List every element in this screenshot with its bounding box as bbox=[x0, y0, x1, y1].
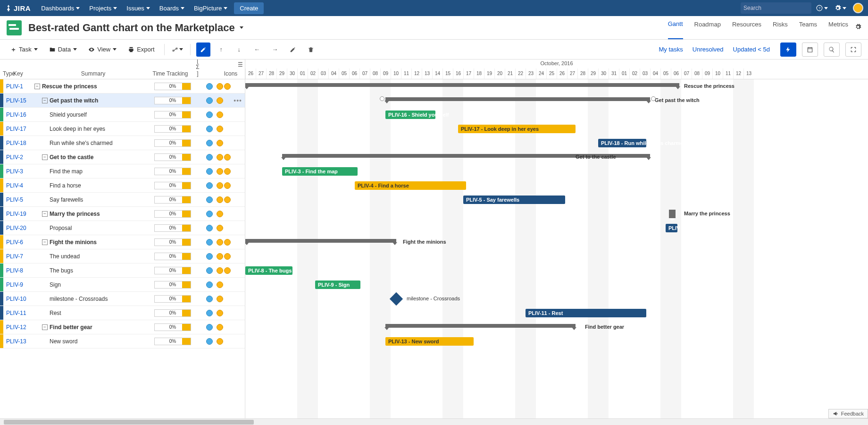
title-dropdown-icon[interactable] bbox=[240, 26, 243, 29]
nav-item-projects[interactable]: Projects bbox=[85, 3, 121, 14]
page-header: Best-rated Gantt chart on the Marketplac… bbox=[0, 16, 868, 40]
calendar-button[interactable] bbox=[802, 42, 818, 57]
tab-roadmap[interactable]: Roadmap bbox=[694, 16, 721, 39]
eye-icon bbox=[88, 46, 95, 53]
jira-logo[interactable]: JIRA bbox=[5, 4, 31, 12]
page-title: Best-rated Gantt chart on the Marketplac… bbox=[28, 22, 243, 34]
nav-item-issues[interactable]: Issues bbox=[123, 3, 154, 14]
link-mode-button[interactable] bbox=[170, 42, 184, 57]
print-icon bbox=[128, 46, 134, 53]
pencil-icon[interactable] bbox=[286, 42, 300, 57]
tab-gantt[interactable]: Gantt bbox=[668, 16, 683, 39]
arrow-down-icon[interactable]: ↓ bbox=[232, 42, 246, 57]
tab-risks[interactable]: Risks bbox=[773, 16, 788, 39]
arrow-left-icon[interactable]: ← bbox=[250, 42, 264, 57]
nav-item-boards[interactable]: Boards bbox=[156, 3, 188, 14]
flash-button[interactable] bbox=[780, 42, 796, 57]
arrow-up-icon[interactable]: ↑ bbox=[214, 42, 228, 57]
toolbar: ＋Task Data View Export ↑ ↓ ← → My tasksU… bbox=[0, 40, 868, 60]
edit-mode-button[interactable] bbox=[196, 42, 210, 57]
help-icon[interactable]: ? bbox=[816, 5, 828, 11]
gear-icon[interactable] bbox=[835, 5, 846, 11]
search-box[interactable] bbox=[741, 2, 811, 14]
filter-updated-5d[interactable]: Updated < 5d bbox=[728, 46, 775, 53]
bigpicture-icon bbox=[7, 20, 22, 35]
user-avatar[interactable] bbox=[853, 3, 863, 13]
tab-teams[interactable]: Teams bbox=[799, 16, 817, 39]
folder-icon bbox=[49, 46, 56, 53]
module-settings-icon[interactable] bbox=[855, 24, 861, 32]
svg-text:?: ? bbox=[818, 6, 820, 10]
create-button[interactable]: Create bbox=[234, 2, 264, 14]
filter-unresolved[interactable]: Unresolved bbox=[688, 46, 728, 53]
tab-resources[interactable]: Resources bbox=[732, 16, 761, 39]
tab-metrics[interactable]: Metrics bbox=[828, 16, 848, 39]
task-button[interactable]: ＋Task bbox=[7, 43, 42, 56]
top-nav: JIRA DashboardsProjectsIssuesBoardsBigPi… bbox=[0, 0, 868, 16]
jira-icon bbox=[5, 4, 12, 12]
search-button[interactable] bbox=[824, 42, 840, 57]
data-button[interactable]: Data bbox=[45, 44, 81, 55]
nav-item-dashboards[interactable]: Dashboards bbox=[37, 3, 83, 14]
arrow-right-icon[interactable]: → bbox=[268, 42, 282, 57]
trash-icon[interactable] bbox=[304, 42, 318, 57]
export-button[interactable]: Export bbox=[124, 44, 159, 55]
nav-item-bigpicture[interactable]: BigPicture bbox=[190, 3, 231, 14]
search-input[interactable] bbox=[743, 5, 814, 11]
filter-my-tasks[interactable]: My tasks bbox=[654, 46, 688, 53]
view-button[interactable]: View bbox=[84, 44, 120, 55]
fullscreen-button[interactable] bbox=[845, 42, 861, 57]
